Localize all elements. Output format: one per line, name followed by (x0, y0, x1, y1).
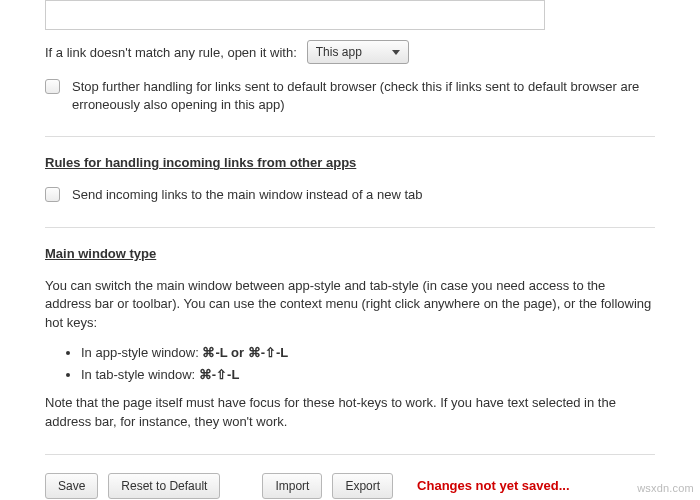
footer-toolbar: Save Reset to Default Import Export Chan… (45, 473, 655, 499)
send-main-checkbox[interactable] (45, 187, 60, 202)
separator (45, 227, 655, 228)
send-main-label: Send incoming links to the main window i… (72, 186, 422, 204)
hotkey-list: In app-style window: ⌘-L or ⌘-⇧-L In tab… (81, 343, 655, 384)
incoming-heading: Rules for handling incoming links from o… (45, 155, 655, 170)
status-badge: Changes not yet saved... (417, 478, 569, 493)
main-window-intro: You can switch the main window between a… (45, 277, 655, 334)
hotkey-keys: ⌘-L or ⌘-⇧-L (202, 345, 288, 360)
reset-button[interactable]: Reset to Default (108, 473, 220, 499)
send-main-row: Send incoming links to the main window i… (45, 186, 655, 204)
settings-panel: If a link doesn't match any rule, open i… (0, 0, 700, 499)
hotkey-keys: ⌘-⇧-L (199, 367, 240, 382)
main-window-note: Note that the page itself must have focu… (45, 394, 655, 432)
stop-further-row: Stop further handling for links sent to … (45, 78, 655, 114)
export-button[interactable]: Export (332, 473, 393, 499)
default-app-select[interactable]: This app (307, 40, 409, 64)
list-item: In app-style window: ⌘-L or ⌘-⇧-L (81, 343, 655, 363)
hotkey-prefix: In app-style window: (81, 345, 202, 360)
import-button[interactable]: Import (262, 473, 322, 499)
default-rule-label: If a link doesn't match any rule, open i… (45, 45, 297, 60)
watermark: wsxdn.com (637, 482, 694, 494)
hotkey-prefix: In tab-style window: (81, 367, 199, 382)
chevron-down-icon (392, 50, 400, 55)
stop-further-label: Stop further handling for links sent to … (72, 78, 655, 114)
stop-further-checkbox[interactable] (45, 79, 60, 94)
rules-textarea[interactable] (45, 0, 545, 30)
list-item: In tab-style window: ⌘-⇧-L (81, 365, 655, 385)
separator (45, 136, 655, 137)
default-rule-row: If a link doesn't match any rule, open i… (45, 40, 655, 64)
default-app-selected: This app (316, 45, 362, 59)
main-window-heading: Main window type (45, 246, 655, 261)
save-button[interactable]: Save (45, 473, 98, 499)
separator (45, 454, 655, 455)
